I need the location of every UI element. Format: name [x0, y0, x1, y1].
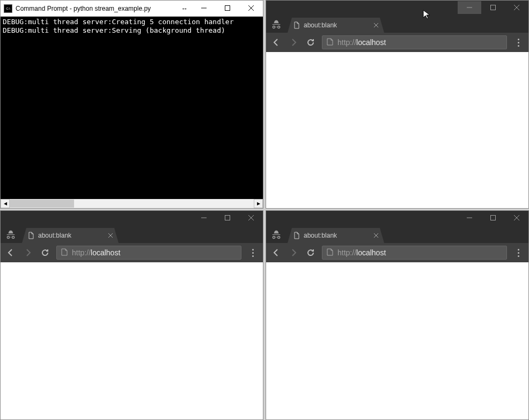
- scrollbar-thumb[interactable]: [10, 200, 74, 208]
- maximize-button[interactable]: [216, 1, 239, 16]
- tab-close-icon[interactable]: [372, 21, 380, 29]
- browser-toolbar: http://localhost: [266, 33, 528, 52]
- horizontal-scrollbar[interactable]: ◀ ▶: [1, 199, 263, 208]
- minimize-button[interactable]: [192, 1, 216, 16]
- menu-button[interactable]: [512, 247, 524, 259]
- svg-rect-5: [491, 5, 496, 10]
- cmd-line: DEBUG:multi thread server:Serving (backg…: [3, 26, 261, 35]
- close-button[interactable]: [505, 211, 528, 224]
- tab-bar: about:blank: [266, 14, 528, 33]
- page-icon: [27, 232, 35, 239]
- maximize-button[interactable]: [481, 211, 505, 224]
- incognito-icon: [268, 227, 284, 243]
- page-icon: [293, 232, 300, 239]
- tab-bar: about:blank: [266, 225, 528, 243]
- scroll-right-button[interactable]: ▶: [254, 199, 263, 208]
- minimize-button[interactable]: [192, 211, 216, 224]
- browser-toolbar: http://localhost: [1, 243, 263, 262]
- url-text: http://localhost: [337, 38, 386, 47]
- browser-tab[interactable]: about:blank: [22, 228, 119, 243]
- url-text: http://localhost: [337, 248, 386, 257]
- cmd-line: DEBUG:multi thread server:Creating 5 con…: [3, 18, 261, 26]
- forward-button[interactable]: [288, 36, 299, 48]
- scrollbar-track[interactable]: [10, 199, 254, 208]
- tab-title: about:blank: [38, 232, 104, 239]
- back-button[interactable]: [5, 247, 17, 259]
- close-button[interactable]: [239, 1, 263, 16]
- browser-titlebar[interactable]: [266, 211, 528, 225]
- back-button[interactable]: [270, 36, 282, 48]
- back-button[interactable]: [270, 247, 282, 259]
- reload-button[interactable]: [39, 247, 51, 259]
- tab-close-icon[interactable]: [372, 232, 380, 239]
- incognito-icon: [3, 227, 19, 243]
- minimize-button[interactable]: [458, 1, 481, 14]
- tab-close-icon[interactable]: [107, 232, 114, 239]
- forward-button[interactable]: [22, 247, 34, 259]
- close-button[interactable]: [239, 211, 263, 224]
- address-bar[interactable]: http://localhost: [56, 246, 241, 260]
- cmd-icon: C:\: [4, 4, 12, 13]
- browser-content[interactable]: [1, 262, 263, 419]
- page-icon: [327, 38, 334, 47]
- url-text: http://localhost: [72, 248, 120, 257]
- svg-rect-1: [225, 6, 230, 11]
- tab-bar: about:blank: [1, 225, 263, 243]
- page-icon: [293, 21, 300, 29]
- browser-tab[interactable]: about:blank: [288, 228, 384, 243]
- cmd-output[interactable]: DEBUG:multi thread server:Creating 5 con…: [1, 17, 263, 199]
- address-bar[interactable]: http://localhost: [322, 246, 507, 260]
- svg-rect-17: [491, 216, 496, 220]
- command-prompt-window: C:\ Command Prompt - python stream_examp…: [0, 0, 263, 209]
- browser-window-3: about:blank http://localhost: [266, 210, 529, 420]
- reload-button[interactable]: [305, 36, 317, 48]
- browser-window-1: about:blank http://localhost: [266, 0, 529, 209]
- resize-handle-icon[interactable]: ↔: [181, 5, 188, 12]
- menu-button[interactable]: [247, 247, 259, 259]
- cmd-title: Command Prompt - python stream_example.p…: [16, 5, 177, 12]
- menu-button[interactable]: [512, 36, 524, 48]
- browser-content[interactable]: [266, 262, 528, 419]
- forward-button[interactable]: [288, 247, 299, 259]
- maximize-button[interactable]: [216, 211, 239, 224]
- maximize-button[interactable]: [481, 1, 505, 14]
- cmd-titlebar[interactable]: C:\ Command Prompt - python stream_examp…: [1, 1, 263, 17]
- minimize-button[interactable]: [458, 211, 481, 224]
- page-icon: [327, 248, 334, 257]
- browser-content[interactable]: [266, 52, 528, 208]
- incognito-icon: [268, 17, 284, 33]
- tab-title: about:blank: [304, 232, 369, 239]
- reload-button[interactable]: [305, 247, 317, 259]
- page-icon: [61, 248, 69, 257]
- browser-titlebar[interactable]: [266, 1, 528, 14]
- browser-titlebar[interactable]: [1, 211, 263, 225]
- close-button[interactable]: [505, 1, 528, 14]
- scroll-left-button[interactable]: ◀: [1, 199, 10, 208]
- browser-toolbar: http://localhost: [266, 243, 528, 262]
- svg-rect-11: [225, 216, 230, 220]
- tab-title: about:blank: [304, 21, 369, 29]
- browser-tab[interactable]: about:blank: [288, 18, 384, 33]
- address-bar[interactable]: http://localhost: [322, 35, 507, 49]
- browser-window-2: about:blank http://localhost: [0, 210, 263, 420]
